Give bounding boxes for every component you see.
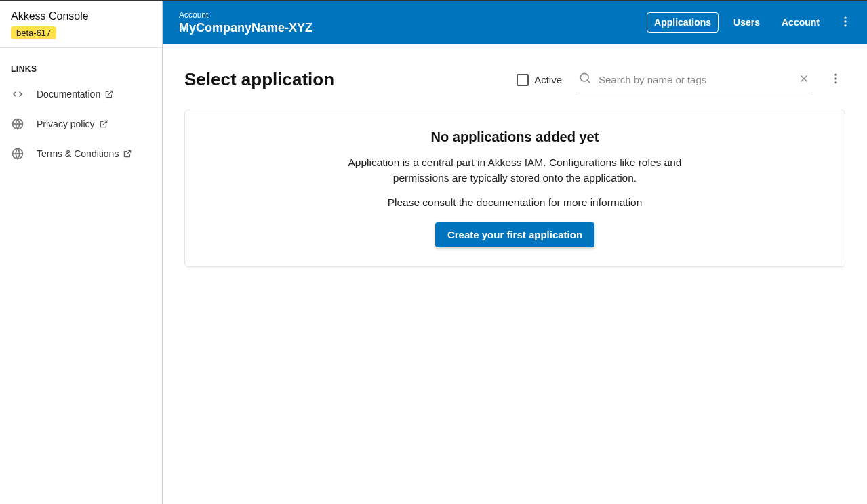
- code-icon: [11, 87, 24, 101]
- svg-point-10: [580, 73, 588, 81]
- svg-point-16: [834, 81, 836, 83]
- search-icon: [576, 68, 594, 90]
- empty-state-card: No applications added yet Application is…: [184, 110, 845, 267]
- sidebar-item-terms[interactable]: Terms & Conditions: [0, 139, 162, 169]
- svg-point-8: [844, 20, 846, 22]
- clear-search-button[interactable]: [795, 70, 813, 89]
- empty-state-title: No applications added yet: [207, 129, 823, 145]
- nav-users[interactable]: Users: [727, 13, 767, 32]
- topbar: Account MyCompanyName-XYZ Applications U…: [163, 1, 867, 44]
- list-more-button[interactable]: [826, 69, 845, 90]
- more-vert-icon: [839, 15, 852, 28]
- create-application-button[interactable]: Create your first application: [435, 222, 594, 247]
- version-badge: beta-617: [11, 26, 56, 39]
- svg-line-6: [127, 150, 131, 154]
- account-label: Account: [179, 10, 647, 20]
- svg-point-9: [844, 24, 846, 26]
- close-icon: [798, 72, 810, 85]
- sidebar-item-label: Terms & Conditions: [37, 148, 119, 159]
- active-filter-label: Active: [534, 74, 562, 85]
- checkbox-icon[interactable]: [517, 74, 529, 86]
- search-input[interactable]: [594, 71, 795, 88]
- globe-icon: [11, 147, 24, 161]
- main: Account MyCompanyName-XYZ Applications U…: [163, 1, 867, 504]
- sidebar-header: Akkess Console beta-617: [0, 1, 162, 48]
- sidebar: Akkess Console beta-617 LINKS Documentat…: [0, 1, 163, 504]
- topbar-more-button[interactable]: [834, 11, 856, 35]
- empty-state-text-1: Application is a central part in Akkess …: [325, 154, 705, 186]
- nav-account[interactable]: Account: [775, 13, 826, 32]
- empty-state-text-2: Please consult the documentation for mor…: [325, 194, 705, 210]
- sidebar-item-documentation[interactable]: Documentation: [0, 79, 162, 109]
- links-heading: LINKS: [0, 48, 162, 79]
- external-link-icon: [99, 119, 108, 129]
- search-field: [576, 66, 813, 93]
- active-filter[interactable]: Active: [517, 74, 562, 86]
- svg-point-15: [834, 77, 836, 79]
- external-link-icon: [104, 89, 114, 99]
- page-title: Select application: [184, 69, 503, 90]
- nav-applications[interactable]: Applications: [647, 12, 719, 33]
- sidebar-item-label: Documentation: [37, 89, 100, 100]
- more-vert-icon: [829, 72, 843, 85]
- topbar-left: Account MyCompanyName-XYZ: [179, 10, 647, 35]
- account-name: MyCompanyName-XYZ: [179, 21, 647, 35]
- svg-line-11: [587, 80, 590, 83]
- external-link-icon: [123, 149, 132, 159]
- svg-line-0: [108, 91, 113, 95]
- svg-point-14: [834, 74, 836, 76]
- globe-icon: [11, 117, 24, 131]
- app-title: Akkess Console: [11, 10, 151, 22]
- content-header: Select application Active: [184, 66, 845, 93]
- sidebar-item-privacy[interactable]: Privacy policy: [0, 109, 162, 139]
- svg-point-7: [844, 16, 846, 18]
- sidebar-item-label: Privacy policy: [37, 119, 95, 129]
- content: Select application Active No application…: [163, 44, 867, 504]
- topbar-nav: Applications Users Account: [647, 11, 856, 35]
- svg-line-3: [102, 121, 106, 125]
